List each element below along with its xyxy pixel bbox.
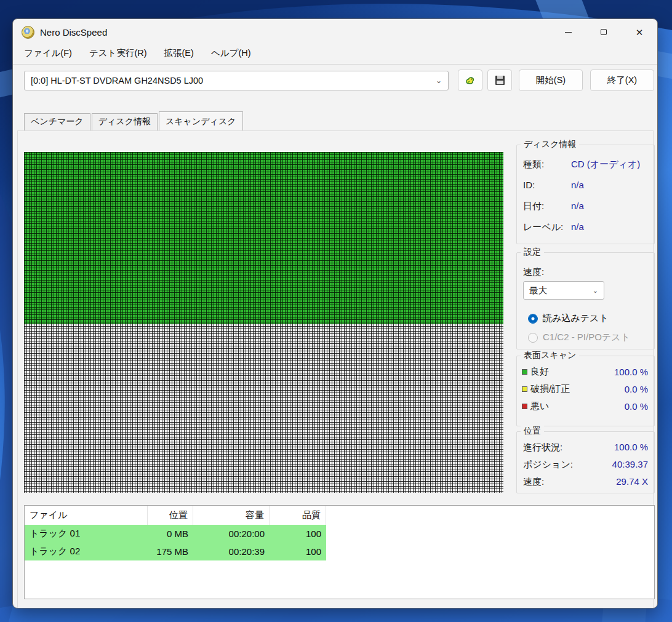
- position-value: 40:39.37: [612, 459, 648, 471]
- tab-disc-info[interactable]: ディスク情報: [92, 113, 158, 130]
- chevron-down-icon: ⌄: [436, 76, 442, 85]
- radio-read-test[interactable]: 読み込みテスト: [528, 313, 609, 324]
- surface-damaged-value: 0.0 %: [625, 384, 648, 394]
- progress-row: 進行状況: 100.0 %: [523, 442, 648, 453]
- track02-capacity: 00:20:39: [193, 543, 270, 560]
- group-disc-info-title: ディスク情報: [521, 139, 579, 150]
- drive-selector-value: [0:0] HL-DT-ST DVDRAM GH24NSD5 LJ00: [31, 76, 203, 86]
- surface-good-row: 良好 100.0 %: [522, 366, 648, 378]
- track-table-header: ファイル 位置 容量 品質: [25, 506, 654, 525]
- disc-date-row: 日付: n/a: [523, 201, 648, 212]
- disc-id-value: n/a: [571, 180, 584, 190]
- group-settings-title: 設定: [521, 247, 544, 258]
- speed-dropdown-value: 最大: [529, 285, 547, 297]
- track-table: ファイル 位置 容量 品質 トラック 01 0 MB 00:20:00 100 …: [24, 505, 655, 599]
- track01-position: 0 MB: [148, 525, 193, 543]
- minimize-button[interactable]: [550, 19, 586, 45]
- radio-c1c2-test[interactable]: C1/C2 - PI/POテスト: [528, 332, 630, 343]
- start-button[interactable]: 開始(S): [519, 70, 583, 91]
- speed-row-value: 29.74 X: [616, 476, 648, 488]
- col-spacer: [326, 506, 654, 525]
- table-row-track-02[interactable]: トラック 02 175 MB 00:20:39 100: [25, 543, 654, 560]
- menu-file[interactable]: ファイル(F): [24, 47, 72, 59]
- progress-label: 進行状況:: [523, 442, 562, 453]
- col-capacity[interactable]: 容量: [193, 506, 270, 525]
- group-surface-scan-title: 表面スキャン: [521, 350, 579, 361]
- disc-id-row: ID: n/a: [523, 180, 648, 190]
- speed-label: 速度:: [523, 266, 544, 278]
- group-surface-scan: 表面スキャン 良好 100.0 % 破損/訂正 0.0 % 悪い 0.0 %: [516, 356, 655, 426]
- menu-help[interactable]: ヘルプ(H): [211, 47, 251, 59]
- radio-selected-icon: [528, 314, 538, 324]
- nero-discspeed-window: Nero DiscSpeed ✕ ファイル(F) テスト実行(R) 拡張(E) …: [12, 18, 658, 608]
- minimize-icon: [565, 32, 572, 33]
- dragon-icon: [465, 75, 476, 86]
- disc-label-value: n/a: [571, 221, 584, 232]
- surface-damaged-row: 破損/訂正 0.0 %: [522, 383, 648, 395]
- disc-date-value: n/a: [571, 201, 584, 211]
- track01-file: トラック 01: [25, 525, 148, 543]
- disc-date-label: 日付:: [523, 201, 544, 212]
- disc-label-label: レーベル:: [523, 221, 563, 233]
- start-button-label: 開始(S): [536, 74, 566, 86]
- speed-row-label: 速度:: [523, 476, 544, 488]
- scan-grid-good-region: [24, 152, 503, 324]
- dragon-tool-button[interactable]: [458, 70, 482, 91]
- disc-label-row: レーベル: n/a: [523, 221, 648, 233]
- save-screenshot-button[interactable]: [487, 70, 512, 91]
- track02-spacer: [326, 543, 654, 560]
- group-settings: 設定 速度: 最大 ⌄ 読み込みテスト C1/C2 - PI/POテスト: [516, 252, 655, 349]
- maximize-icon: [601, 29, 607, 35]
- titlebar[interactable]: Nero DiscSpeed ✕: [13, 19, 657, 45]
- col-position[interactable]: 位置: [148, 506, 193, 525]
- save-icon: [495, 76, 505, 85]
- menu-bar: ファイル(F) テスト実行(R) 拡張(E) ヘルプ(H): [13, 45, 657, 65]
- menu-extra[interactable]: 拡張(E): [164, 47, 194, 59]
- group-disc-info: ディスク情報 種類: CD (オーディオ) ID: n/a 日付: n/a レー…: [516, 145, 655, 244]
- exit-button[interactable]: 終了(X): [590, 70, 654, 91]
- surface-bad-row: 悪い 0.0 %: [522, 401, 648, 412]
- track02-position: 175 MB: [148, 543, 193, 560]
- tab-scandisc[interactable]: スキャンディスク: [159, 111, 243, 130]
- radio-read-test-label: 読み込みテスト: [543, 313, 609, 324]
- surface-bad-value: 0.0 %: [625, 401, 648, 412]
- disc-type-value: CD (オーディオ): [571, 159, 640, 170]
- track01-spacer: [326, 525, 654, 543]
- radio-c1c2-test-label: C1/C2 - PI/POテスト: [543, 332, 630, 343]
- speed-dropdown[interactable]: 最大 ⌄: [523, 281, 604, 300]
- close-button[interactable]: ✕: [622, 19, 657, 45]
- disc-type-label: 種類:: [523, 159, 544, 170]
- position-row: ポジション: 40:39.37: [523, 459, 648, 471]
- tab-strip: ベンチマーク ディスク情報 スキャンディスク: [24, 111, 244, 130]
- speed-row: 速度: 29.74 X: [523, 476, 648, 488]
- track01-capacity: 00:20:00: [193, 525, 270, 543]
- good-legend-icon: [522, 369, 527, 375]
- drive-selector[interactable]: [0:0] HL-DT-ST DVDRAM GH24NSD5 LJ00 ⌄: [24, 71, 449, 90]
- close-icon: ✕: [636, 28, 644, 37]
- progress-value: 100.0 %: [614, 442, 648, 453]
- bad-legend-icon: [522, 404, 527, 409]
- toolbar: [0:0] HL-DT-ST DVDRAM GH24NSD5 LJ00 ⌄ 開始…: [13, 65, 657, 97]
- surface-good-value: 100.0 %: [614, 367, 648, 377]
- group-position-title: 位置: [521, 426, 544, 437]
- disc-type-row: 種類: CD (オーディオ): [523, 159, 648, 170]
- surface-damaged-label: 破損/訂正: [530, 383, 570, 395]
- surface-scan-grid: [24, 152, 503, 493]
- exit-button-label: 終了(X): [607, 74, 637, 86]
- surface-bad-label: 悪い: [530, 401, 549, 412]
- table-row-track-01[interactable]: トラック 01 0 MB 00:20:00 100: [25, 525, 654, 543]
- col-file[interactable]: ファイル: [25, 506, 148, 525]
- tab-benchmark[interactable]: ベンチマーク: [24, 113, 90, 130]
- menu-run-test[interactable]: テスト実行(R): [89, 47, 147, 59]
- group-position: 位置 進行状況: 100.0 % ポジション: 40:39.37 速度: 29.…: [516, 431, 655, 493]
- maximize-button[interactable]: [586, 19, 622, 45]
- track02-quality: 100: [270, 543, 326, 560]
- radio-unselected-icon: [528, 333, 538, 343]
- window-title: Nero DiscSpeed: [40, 27, 107, 38]
- track02-file: トラック 02: [25, 543, 148, 560]
- col-quality[interactable]: 品質: [270, 506, 326, 525]
- damaged-legend-icon: [522, 386, 527, 392]
- track01-quality: 100: [270, 525, 326, 543]
- chevron-down-icon: ⌄: [593, 287, 598, 295]
- app-disc-icon: [22, 26, 34, 39]
